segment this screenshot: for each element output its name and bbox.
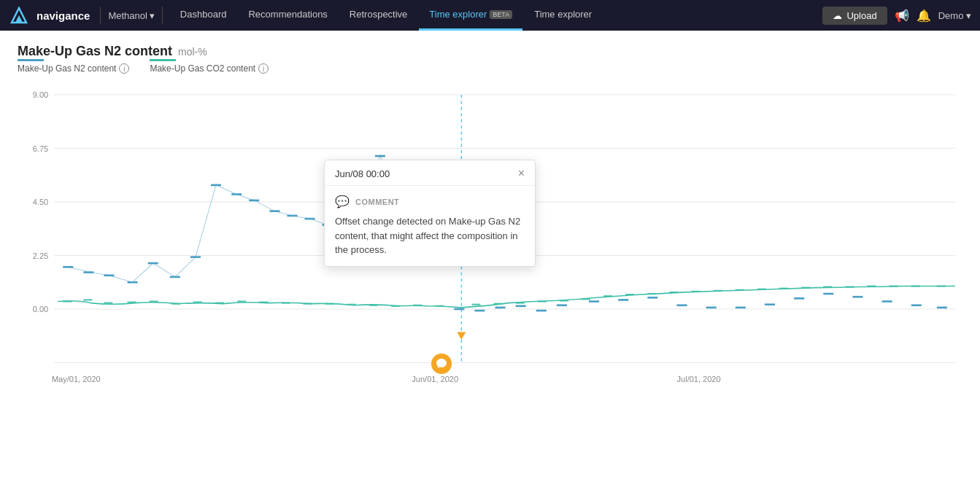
comment-bubble-icon: 💬 [335, 195, 350, 208]
svg-text:6.75: 6.75 [33, 144, 48, 152]
comment-label: COMMENT [355, 198, 399, 206]
bell-button[interactable]: 🔔 [917, 9, 931, 23]
user-chevron-icon: ▾ [966, 10, 971, 21]
plant-name: Methanol [108, 10, 147, 21]
nav-divider2 [162, 7, 163, 24]
nav-dashboard[interactable]: Dashboard [170, 0, 237, 31]
logo[interactable] [9, 5, 29, 26]
nav-actions: ☁ Upload 📢 🔔 Demo ▾ [822, 7, 971, 25]
tooltip-header: Jun/08 00:00 × [325, 160, 535, 186]
brand-name: navigance [36, 9, 90, 22]
svg-text:9.00: 9.00 [33, 90, 48, 99]
info-icon-co2[interactable]: i [258, 63, 269, 74]
user-dropdown[interactable]: Demo ▾ [938, 10, 971, 21]
nav-time-explorer[interactable]: Time explorer [524, 0, 602, 31]
svg-text:0.00: 0.00 [33, 305, 48, 313]
upload-label: Upload [846, 10, 876, 21]
plant-dropdown[interactable]: Methanol ▾ [108, 10, 154, 21]
legend-item-co2: Make-Up Gas CO2 content i [150, 59, 269, 74]
chevron-down-icon: ▾ [150, 10, 155, 21]
chart-title-text: Make-Up Gas N2 content [18, 44, 172, 58]
cloud-upload-icon: ☁ [833, 10, 842, 21]
main-content: Make-Up Gas N2 contentmol-% Make-Up Gas … [0, 31, 980, 503]
svg-text:Jun/01, 2020: Jun/01, 2020 [412, 375, 458, 383]
nav-link-label: Time explorer [429, 9, 487, 20]
tooltip: Jun/08 00:00 × 💬 COMMENT Offset change d… [324, 160, 536, 267]
navbar: navigance Methanol ▾ Dashboard Recommend… [0, 0, 980, 31]
chart-title-row: Make-Up Gas N2 contentmol-% [18, 44, 962, 59]
svg-marker-95 [457, 332, 466, 340]
info-icon-n2[interactable]: i [119, 63, 129, 74]
legend-line-n2 [18, 59, 44, 61]
nav-divider [100, 7, 101, 24]
nav-retrospective[interactable]: Retrospective [339, 0, 417, 31]
upload-button[interactable]: ☁ Upload [822, 7, 887, 25]
svg-text:Jul/01, 2020: Jul/01, 2020 [677, 375, 721, 383]
legend-item-n2: Make-Up Gas N2 content i [18, 59, 129, 74]
comment-marker[interactable] [431, 354, 452, 374]
nav-links: Dashboard Recommendations Retrospective … [170, 0, 823, 31]
legend-line-co2 [150, 59, 176, 61]
legend-label-co2: Make-Up Gas CO2 content i [150, 63, 269, 74]
chart-legend: Make-Up Gas N2 content i Make-Up Gas CO2… [18, 59, 962, 74]
tooltip-timestamp: Jun/08 00:00 [335, 168, 390, 179]
svg-text:2.25: 2.25 [33, 251, 48, 260]
nav-time-explorer-beta[interactable]: Time explorer BETA [419, 0, 522, 31]
comment-row: 💬 COMMENT [335, 195, 525, 208]
tooltip-body: 💬 COMMENT Offset change detected on Make… [325, 186, 535, 266]
megaphone-button[interactable]: 📢 [895, 9, 909, 23]
beta-badge: BETA [490, 10, 512, 19]
tooltip-comment-text: Offset change detected on Make-up Gas N2… [335, 214, 525, 257]
svg-text:4.50: 4.50 [33, 198, 48, 206]
chart-title: Make-Up Gas N2 contentmol-% [18, 44, 207, 58]
svg-marker-1 [15, 15, 23, 23]
chart-area: 9.00 6.75 4.50 2.25 0.00 May/01, 2020 Ju… [18, 79, 962, 386]
close-button[interactable]: × [518, 168, 525, 179]
svg-text:May/01, 2020: May/01, 2020 [52, 375, 101, 383]
comment-circle-icon [431, 354, 452, 374]
user-label: Demo [938, 10, 964, 21]
legend-label-n2: Make-Up Gas N2 content i [18, 63, 129, 74]
chart-unit: mol-% [178, 46, 207, 58]
nav-recommendations[interactable]: Recommendations [238, 0, 337, 31]
